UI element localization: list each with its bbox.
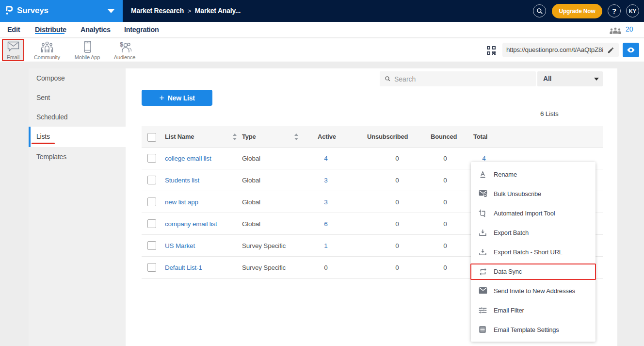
svg-text:$: $ <box>120 41 124 48</box>
